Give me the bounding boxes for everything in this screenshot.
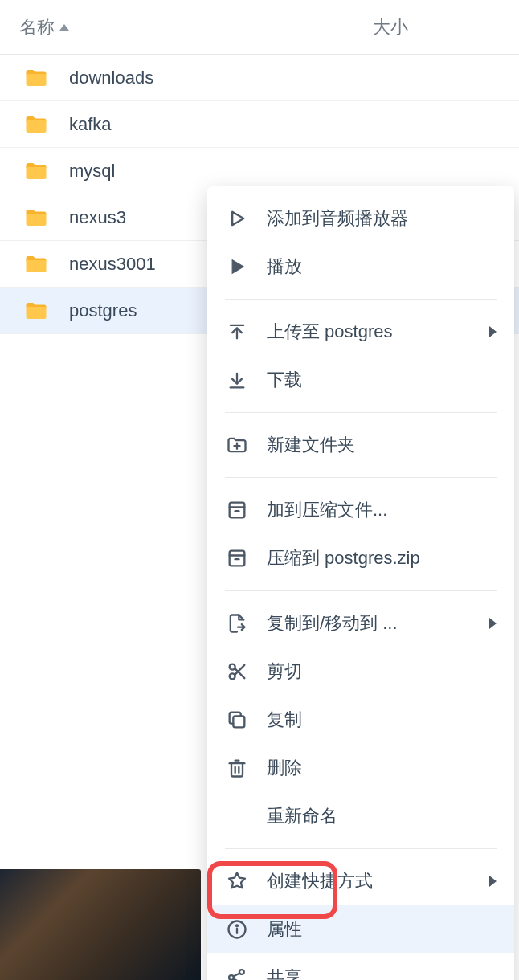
play-solid-icon <box>225 255 249 279</box>
menu-item-cut[interactable]: 剪切 <box>207 647 514 696</box>
menu-item-new-folder[interactable]: 新建文件夹 <box>207 421 514 469</box>
menu-item-share[interactable]: 共享 <box>207 953 514 980</box>
svg-rect-4 <box>233 716 244 727</box>
cut-icon <box>225 659 249 684</box>
menu-item-label: 新建文件夹 <box>267 433 497 457</box>
menu-item-label: 压缩到 postgres.zip <box>267 546 497 570</box>
upload-icon <box>225 320 249 344</box>
menu-item-copy-move[interactable]: 复制到/移动到 ... <box>207 599 514 647</box>
folder-row-kafka[interactable]: kafka <box>0 101 519 148</box>
column-name[interactable]: 名称 <box>0 0 353 54</box>
column-name-label: 名称 <box>19 15 55 39</box>
download-icon <box>225 368 249 392</box>
menu-item-add-arch[interactable]: 加到压缩文件... <box>207 486 514 534</box>
menu-item-shortcut[interactable]: 创建快捷方式 <box>207 857 514 905</box>
menu-item-label: 共享 <box>267 966 497 980</box>
menu-separator <box>225 848 497 849</box>
menu-item-download[interactable]: 下载 <box>207 356 514 404</box>
menu-separator <box>225 299 497 300</box>
menu-item-label: 属性 <box>267 917 497 941</box>
menu-item-label: 添加到音频播放器 <box>267 206 497 231</box>
context-menu: 添加到音频播放器播放上传至 postgres下载新建文件夹加到压缩文件...压缩… <box>207 186 514 980</box>
menu-item-label: 复制到/移动到 ... <box>267 611 489 635</box>
menu-separator <box>225 412 497 413</box>
menu-item-upload-to[interactable]: 上传至 postgres <box>207 308 514 356</box>
copy-icon <box>225 708 249 732</box>
desktop-wallpaper-strip <box>0 869 201 980</box>
folder-icon <box>24 112 48 137</box>
menu-item-label: 剪切 <box>267 659 497 684</box>
menu-item-props[interactable]: 属性 <box>207 905 514 953</box>
archive-icon <box>225 498 249 522</box>
file-arrow-icon <box>225 611 249 635</box>
column-size[interactable]: 大小 <box>353 0 519 54</box>
menu-item-label: 删除 <box>267 756 497 780</box>
menu-item-label: 播放 <box>267 255 497 279</box>
menu-item-label: 重新命名 <box>267 804 497 828</box>
column-size-label: 大小 <box>373 15 408 39</box>
menu-item-zip-to[interactable]: 压缩到 postgres.zip <box>207 534 514 582</box>
menu-separator <box>225 477 497 478</box>
menu-item-rename[interactable]: 重新命名 <box>207 792 514 840</box>
folder-name: nexus3001 <box>69 254 156 275</box>
folder-row-downloads[interactable]: downloads <box>0 55 519 101</box>
menu-item-label: 上传至 postgres <box>267 320 489 344</box>
column-headers: 名称 大小 <box>0 0 519 55</box>
folder-icon <box>24 252 48 276</box>
folder-icon <box>24 66 48 90</box>
menu-item-add-audio[interactable]: 添加到音频播放器 <box>207 194 514 243</box>
folder-icon <box>24 299 48 323</box>
folder-name: kafka <box>69 114 112 135</box>
folder-name: downloads <box>69 67 153 88</box>
folder-name: nexus3 <box>69 207 126 228</box>
submenu-arrow-icon <box>489 326 497 337</box>
info-icon <box>225 917 249 941</box>
folder-plus-icon <box>225 433 249 457</box>
menu-item-copy[interactable]: 复制 <box>207 696 514 744</box>
folder-icon <box>24 159 48 183</box>
folder-name: postgres <box>69 300 137 321</box>
play-outline-icon <box>225 206 249 231</box>
submenu-arrow-icon <box>489 876 497 887</box>
menu-item-label: 加到压缩文件... <box>267 498 497 522</box>
menu-item-delete[interactable]: 删除 <box>207 744 514 792</box>
star-icon <box>225 869 249 893</box>
folder-icon <box>24 206 48 230</box>
blank-icon <box>225 804 249 828</box>
menu-item-label: 下载 <box>267 368 497 392</box>
share-icon <box>225 966 249 980</box>
archive-icon <box>225 546 249 570</box>
menu-separator <box>225 590 497 591</box>
submenu-arrow-icon <box>489 618 497 629</box>
menu-item-label: 复制 <box>267 708 497 732</box>
trash-icon <box>225 756 249 780</box>
menu-item-play[interactable]: 播放 <box>207 243 514 291</box>
menu-item-label: 创建快捷方式 <box>267 869 489 893</box>
sort-asc-icon <box>59 24 69 31</box>
folder-name: mysql <box>69 161 115 182</box>
svg-point-6 <box>235 925 238 927</box>
